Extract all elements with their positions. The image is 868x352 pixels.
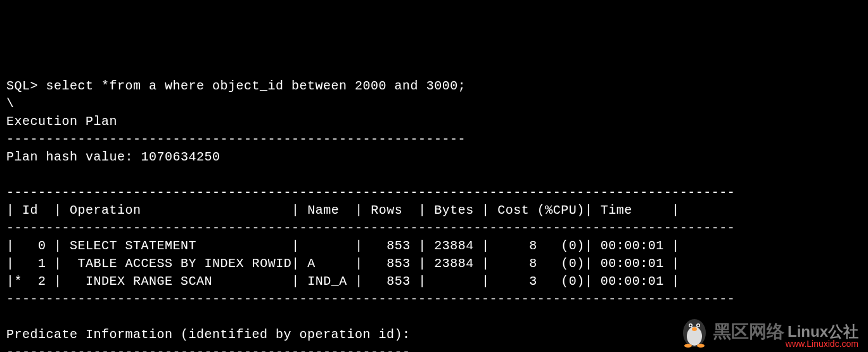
svg-point-5: [698, 325, 699, 327]
plan-hash-value: 1070634250: [141, 150, 220, 164]
predicate-header: Predicate Information (identified by ope…: [6, 327, 411, 342]
divider: ----------------------------------------…: [6, 132, 466, 147]
col-bytes: Bytes: [434, 203, 474, 218]
col-rows: Rows: [371, 203, 402, 218]
svg-point-6: [692, 327, 697, 331]
table-row: | 0 | SELECT STATEMENT | | 853 | 23884 |…: [6, 238, 680, 253]
execution-plan-header: Execution Plan: [6, 114, 117, 129]
table-row: | 1 | TABLE ACCESS BY INDEX ROWID| A | 8…: [6, 256, 680, 271]
plan-hash-label: Plan hash value:: [6, 150, 133, 164]
table-row: |* 2 | INDEX RANGE SCAN | IND_A | 853 | …: [6, 274, 680, 289]
table-header-row: | Id | Operation | Name | Rows | Bytes |…: [6, 203, 680, 218]
predicate-divider: ----------------------------------------…: [6, 345, 411, 352]
watermark-url: www.Linuxidc.com: [786, 338, 858, 351]
svg-point-7: [684, 344, 692, 348]
col-name: Name: [307, 203, 339, 218]
sql-prompt[interactable]: SQL>: [6, 79, 38, 93]
table-divider-top: ----------------------------------------…: [6, 185, 735, 200]
col-cost: Cost (%CPU): [497, 203, 585, 218]
terminal-output: SQL> select *from a where object_id betw…: [6, 77, 862, 352]
col-operation: Operation: [70, 203, 141, 218]
table-divider-bottom: ----------------------------------------…: [6, 292, 735, 306]
penguin-icon: [679, 314, 710, 349]
sql-query: select *from a where object_id between 2…: [46, 79, 466, 93]
svg-point-4: [690, 325, 692, 327]
svg-point-8: [697, 344, 705, 348]
col-id: Id: [22, 203, 38, 218]
table-divider-mid: ----------------------------------------…: [6, 221, 735, 235]
col-time: Time: [601, 203, 632, 218]
continuation-line: \: [6, 96, 15, 111]
watermark-cn-text: 黑区网络: [713, 319, 784, 344]
